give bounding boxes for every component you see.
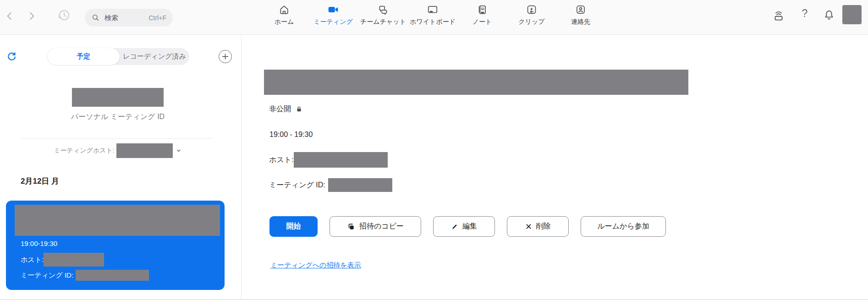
show-meeting-invitation-link[interactable]: ミーティングへの招待を表示 [270, 261, 361, 270]
sidebar-segmented-control: 予定 レコーディング済み [47, 48, 189, 65]
meeting-card-host-row: ホスト: [21, 253, 104, 267]
history-icon[interactable] [57, 8, 71, 22]
meetings-sidebar: 予定 レコーディング済み パーソナル ミーティング ID ミーティングホスト: … [0, 35, 242, 300]
tab-meetings[interactable]: ミーティング [309, 4, 357, 32]
redacted-meeting-title [264, 70, 688, 95]
meeting-host-filter-label: ミーティングホスト: [54, 147, 115, 155]
redacted-host-name [294, 152, 388, 168]
redacted-host-name [116, 143, 173, 158]
redacted-meeting-id [76, 270, 149, 281]
meeting-card-host-label: ホスト: [21, 256, 44, 264]
tab-team-chat[interactable]: チームチャット [359, 4, 407, 32]
tab-contacts-label: 連絡先 [571, 18, 590, 26]
notifications-bell-icon[interactable] [823, 9, 835, 22]
chevron-down-icon[interactable] [176, 147, 182, 154]
meeting-detail-panel: 非公開 19:00 - 19:30 ホスト: ミーティング ID: 開始 招待の… [242, 35, 868, 300]
search-input[interactable] [104, 13, 145, 22]
search-box[interactable]: Ctrl+F [85, 9, 173, 27]
tab-team-chat-label: チームチャット [360, 18, 406, 26]
lock-icon [295, 105, 303, 113]
meeting-time-range: 19:00 - 19:30 [269, 131, 313, 139]
redacted-meeting-title [15, 205, 220, 236]
video-camera-icon [327, 4, 339, 16]
tab-upcoming[interactable]: 予定 [47, 48, 120, 65]
redacted-meeting-id [328, 178, 392, 192]
start-button[interactable]: 開始 [269, 216, 318, 237]
redacted-personal-meeting-name[interactable] [72, 88, 164, 107]
plus-icon [222, 53, 229, 60]
add-meeting-button[interactable] [219, 50, 232, 63]
personal-meeting-id-label: パーソナル ミーティング ID [0, 112, 236, 122]
notebook-icon [476, 4, 488, 16]
meeting-host-row: ホスト: [269, 152, 388, 168]
meeting-card-time: 19:00-19:30 [21, 240, 57, 247]
sidebar-divider [21, 138, 212, 139]
search-icon [91, 13, 100, 22]
pencil-icon [451, 223, 458, 230]
meeting-host-filter[interactable]: ミーティングホスト: [0, 143, 236, 158]
tab-clips[interactable]: クリップ [508, 4, 555, 32]
meeting-id-label: ミーティング ID: [269, 180, 325, 190]
tab-notes-label: ノート [472, 18, 492, 26]
back-icon[interactable] [4, 10, 16, 22]
copy-invitation-label: 招待のコピー [359, 222, 404, 231]
tab-meetings-label: ミーティング [313, 18, 353, 26]
x-icon [525, 223, 532, 230]
tab-home[interactable]: ホーム [260, 4, 308, 32]
forward-icon[interactable] [26, 10, 38, 22]
whiteboard-icon [427, 4, 439, 16]
tab-recorded[interactable]: レコーディング済み [120, 48, 189, 65]
redacted-host-name [44, 253, 104, 267]
meeting-card-id-label: ミーティング ID: [21, 271, 73, 280]
meeting-action-buttons: 開始 招待のコピー 編集 削除 ル [269, 216, 666, 237]
contact-card-icon [575, 4, 587, 16]
date-header: 2月12日 月 [21, 176, 59, 186]
avatar[interactable] [842, 5, 862, 24]
meeting-id-row: ミーティング ID: [269, 178, 392, 192]
edit-label: 編集 [462, 222, 477, 231]
tab-whiteboard-label: ホワイトボード [410, 18, 456, 26]
clips-icon [526, 4, 538, 16]
chat-bubbles-icon [377, 4, 389, 16]
home-icon [278, 4, 290, 16]
privacy-row: 非公開 [269, 104, 303, 114]
join-from-room-label: ルームから参加 [597, 222, 649, 231]
help-icon[interactable]: ? [799, 7, 810, 24]
top-bar: Ctrl+F ホーム ミーティング チームチャット [0, 0, 868, 35]
join-from-room-button[interactable]: ルームから参加 [581, 216, 666, 237]
delete-label: 削除 [536, 222, 551, 231]
meeting-card-id-row: ミーティング ID: [21, 270, 149, 281]
tab-whiteboard[interactable]: ホワイトボード [409, 4, 456, 32]
tab-home-label: ホーム [275, 18, 294, 26]
edit-button[interactable]: 編集 [433, 216, 495, 237]
tab-contacts[interactable]: 連絡先 [557, 4, 604, 32]
meeting-list-item-selected[interactable]: 19:00-19:30 ホスト: ミーティング ID: [6, 201, 225, 290]
delete-button[interactable]: 削除 [507, 216, 569, 237]
copy-icon [347, 223, 355, 231]
tab-clips-label: クリップ [518, 18, 544, 26]
share-to-device-icon[interactable] [772, 9, 785, 22]
refresh-icon[interactable] [5, 51, 18, 63]
search-shortcut: Ctrl+F [149, 14, 167, 22]
host-label: ホスト: [269, 155, 294, 165]
tab-notes[interactable]: ノート [458, 4, 506, 32]
copy-invitation-button[interactable]: 招待のコピー [330, 216, 421, 237]
privacy-label: 非公開 [269, 104, 291, 114]
